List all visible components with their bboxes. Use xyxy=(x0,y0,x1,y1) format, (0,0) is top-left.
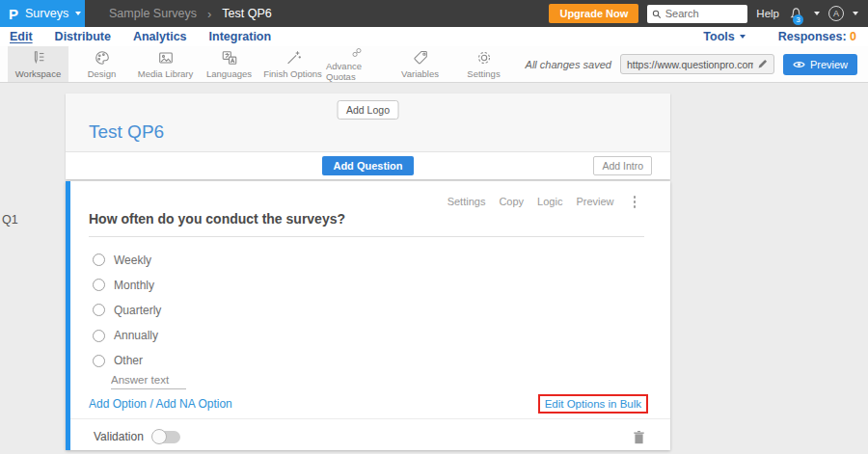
other-answer-input[interactable] xyxy=(111,374,186,389)
topbar: P Surveys Sample Surveys › Test QP6 Upgr… xyxy=(0,0,868,27)
media-library-icon xyxy=(157,49,175,67)
option-row: Annually xyxy=(93,330,161,342)
question-logic-link[interactable]: Logic xyxy=(537,196,562,207)
notification-badge: 3 xyxy=(793,14,803,25)
delete-question-button[interactable] xyxy=(633,430,645,444)
toolbar-tab-label: Variables xyxy=(401,68,439,79)
add-na-option-link[interactable]: Add NA Option xyxy=(155,397,231,411)
chevron-down-icon[interactable] xyxy=(853,12,858,15)
toolbar-tab-design[interactable]: Design xyxy=(71,46,132,82)
finish-options-icon xyxy=(285,49,302,67)
option-tools-row: Add Option / Add NA Option Edit Options … xyxy=(89,394,648,414)
eye-icon xyxy=(793,60,805,69)
notifications-button[interactable]: 3 xyxy=(788,5,805,22)
toolbar-tab-workspace[interactable]: Workspace xyxy=(8,46,68,82)
links-separator: / xyxy=(149,397,152,411)
chevron-down-icon xyxy=(740,35,746,39)
toolbar-tab-settings[interactable]: Settings xyxy=(453,46,514,82)
preview-button[interactable]: Preview xyxy=(783,54,857,75)
add-intro-button[interactable]: Add Intro xyxy=(593,156,652,175)
responses-count: 0 xyxy=(850,30,856,43)
edit-url-pencil-icon[interactable] xyxy=(757,59,768,69)
toolbar-tab-variables[interactable]: Variables xyxy=(390,46,450,82)
option-row: Weekly xyxy=(93,254,161,266)
toolbar-tab-label: Settings xyxy=(467,68,500,79)
radio-button[interactable] xyxy=(93,279,105,291)
chevron-down-icon[interactable] xyxy=(814,12,820,15)
option-row: Other xyxy=(93,355,161,367)
nav-right: Tools Responses: 0 xyxy=(703,30,856,43)
breadcrumb: Sample Surveys › Test QP6 xyxy=(109,7,272,21)
tab-distribute[interactable]: Distribute xyxy=(55,30,111,43)
add-logo-button[interactable]: Add Logo xyxy=(337,100,399,120)
variables-icon xyxy=(412,49,429,67)
toolbar-tab-label: Advance Quotas xyxy=(326,61,387,82)
responses-link[interactable]: Responses: 0 xyxy=(778,30,856,43)
survey-card: Add Logo Test QP6 Add Question Add Intro xyxy=(66,93,670,179)
tools-label: Tools xyxy=(703,30,734,43)
option-row: Quarterly xyxy=(93,304,161,316)
option-label[interactable]: Weekly xyxy=(114,254,151,267)
tab-analytics[interactable]: Analytics xyxy=(133,30,187,43)
question-card: Settings Copy Logic Preview How often do… xyxy=(66,181,670,450)
edit-options-in-bulk-link[interactable]: Edit Options in Bulk xyxy=(538,394,648,414)
help-link[interactable]: Help xyxy=(756,8,779,19)
tab-edit[interactable]: Edit xyxy=(10,30,33,43)
advance-quotas-icon xyxy=(348,46,366,59)
survey-title[interactable]: Test QP6 xyxy=(89,121,164,143)
toolbar-tab-languages[interactable]: Languages xyxy=(199,46,259,82)
radio-button[interactable] xyxy=(93,254,105,266)
breadcrumb-parent[interactable]: Sample Surveys xyxy=(109,7,197,20)
survey-actionbar: Add Question Add Intro xyxy=(66,152,670,179)
toolbar-tab-finish-options[interactable]: Finish Options xyxy=(262,46,323,82)
radio-button[interactable] xyxy=(93,355,105,367)
option-label[interactable]: Quarterly xyxy=(114,304,161,317)
question-footer-divider xyxy=(70,418,670,419)
survey-url-field[interactable]: https://www.questionpro.com/t/APNrFZ xyxy=(620,54,774,74)
radio-button[interactable] xyxy=(93,304,105,316)
add-option-link[interactable]: Add Option xyxy=(89,397,147,411)
add-question-button[interactable]: Add Question xyxy=(322,156,413,175)
product-name: Surveys xyxy=(25,7,68,20)
validation-control: Validation xyxy=(94,430,180,443)
kebab-menu-icon[interactable] xyxy=(632,194,638,210)
toolbar-tab-advance-quotas[interactable]: Advance Quotas xyxy=(326,46,387,82)
toolbar-tab-media-library[interactable]: Media Library xyxy=(135,46,196,82)
breadcrumb-current: Test QP6 xyxy=(222,7,271,20)
question-options: Weekly Monthly Quarterly Annually Other xyxy=(93,254,161,380)
option-label[interactable]: Annually xyxy=(114,329,158,342)
tools-menu[interactable]: Tools xyxy=(703,30,745,43)
upgrade-now-button[interactable]: Upgrade Now xyxy=(549,4,638,23)
option-label[interactable]: Other xyxy=(114,354,143,367)
option-row: Monthly xyxy=(93,279,161,291)
radio-button[interactable] xyxy=(93,330,105,342)
validation-toggle[interactable] xyxy=(152,431,180,443)
toolbar-tab-label: Media Library xyxy=(138,68,194,79)
question-preview-link[interactable]: Preview xyxy=(576,196,613,207)
question-text[interactable]: How often do you conduct the surveys? xyxy=(89,211,644,237)
avatar-initial: A xyxy=(833,9,839,18)
survey-header: Add Logo Test QP6 xyxy=(66,93,670,152)
search-input[interactable] xyxy=(665,8,744,19)
toggle-knob xyxy=(151,429,167,444)
toolbar-right: All changes saved https://www.questionpr… xyxy=(526,46,868,82)
settings-icon xyxy=(475,49,493,67)
surveys-product-switcher[interactable]: P Surveys xyxy=(0,0,85,27)
search-box[interactable] xyxy=(647,5,747,23)
search-icon xyxy=(652,9,661,19)
option-label[interactable]: Monthly xyxy=(114,279,154,292)
tab-integration[interactable]: Integration xyxy=(209,30,272,43)
languages-icon xyxy=(221,49,238,67)
responses-label: Responses: xyxy=(778,30,847,43)
chevron-down-icon xyxy=(75,12,81,15)
questionpro-logo: P xyxy=(9,7,18,21)
survey-url: https://www.questionpro.com/t/APNrFZ xyxy=(627,59,753,70)
add-option-links: Add Option / Add NA Option xyxy=(89,397,232,411)
trash-icon xyxy=(633,430,645,444)
avatar[interactable]: A xyxy=(828,6,844,21)
question-settings-link[interactable]: Settings xyxy=(448,196,486,207)
toolbar-tab-label: Languages xyxy=(206,68,252,79)
topbar-right: Upgrade Now Help 3 A xyxy=(549,4,868,23)
section-nav: Edit Distribute Analytics Integration To… xyxy=(0,27,868,46)
question-copy-link[interactable]: Copy xyxy=(499,196,524,207)
